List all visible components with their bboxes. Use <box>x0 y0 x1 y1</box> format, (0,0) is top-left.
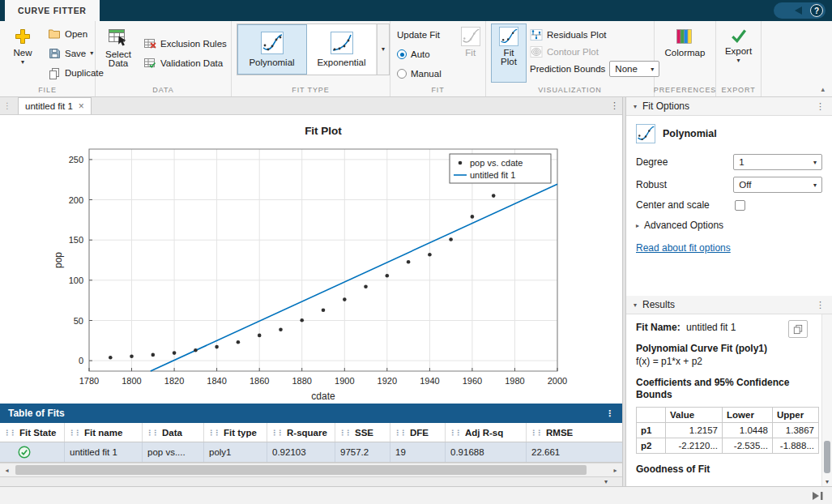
right-panel: ▾ Fit Options ⋮ Polynomial Degree <box>626 97 832 486</box>
fit-type-gallery-dropdown[interactable]: ▾ <box>377 24 389 75</box>
auto-radio[interactable]: Auto <box>397 47 442 62</box>
save-dropdown-caret-icon: ▾ <box>90 50 93 57</box>
adj-r-sq-cell[interactable]: 0.91688 <box>446 442 527 462</box>
toolstrip-tab-curve-fitter[interactable]: CURVE FITTER <box>5 0 100 21</box>
scrollbar-track[interactable] <box>14 463 608 476</box>
export-caret-icon: ▾ <box>736 58 740 64</box>
validation-data-button[interactable]: Validation Data <box>139 54 231 71</box>
degree-dropdown[interactable]: 1 ▾ <box>733 154 822 170</box>
coefficients-title: Coefficients and 95% Confidence Bounds <box>636 377 802 401</box>
fit-plot-toggle-button[interactable]: Fit Plot <box>491 23 527 83</box>
vertical-scrollbar[interactable]: ▾ <box>821 314 832 486</box>
fit-plot-canvas[interactable]: 1780180018201840186018801900192019401960… <box>0 115 622 404</box>
polynomial-label: Polynomial <box>249 58 294 67</box>
prediction-bounds-dropdown[interactable]: None ▾ <box>609 61 659 77</box>
center-scale-label: Center and scale <box>636 199 735 211</box>
manual-radio[interactable]: Manual <box>397 66 442 81</box>
column-grip-icon: ⋮⋮ <box>449 429 462 437</box>
document-tab-untitled-fit-1[interactable]: untitled fit 1 × <box>18 97 92 114</box>
skip-to-end-icon[interactable] <box>810 490 826 502</box>
tof-col-fit-state[interactable]: ⋮⋮Fit State <box>0 423 65 442</box>
copy-icon <box>793 324 803 335</box>
fit-options-menu-icon[interactable]: ⋮ <box>816 101 825 112</box>
fit-state-cell[interactable] <box>0 442 65 462</box>
robust-dropdown[interactable]: Off ▾ <box>733 177 822 193</box>
ribbon-section-label-data: DATA <box>96 83 231 96</box>
rmse-cell[interactable]: 22.661 <box>527 442 622 462</box>
colormap-label: Colormap <box>665 48 706 58</box>
r-square-cell[interactable]: 0.92103 <box>267 442 335 462</box>
coef-col-value[interactable]: Value <box>666 408 723 423</box>
ribbon-section-label-fit-type: FIT TYPE <box>232 83 390 96</box>
scroll-right-arrow-icon[interactable]: ▸ <box>608 463 622 476</box>
tof-col-label: SSE <box>355 428 373 438</box>
tof-col-sse[interactable]: ⋮⋮SSE <box>335 423 390 442</box>
colormap-button[interactable]: Colormap <box>663 23 707 83</box>
tof-col-rmse[interactable]: ⋮⋮RMSE <box>527 423 622 442</box>
tab-close-icon[interactable]: × <box>79 100 84 112</box>
tof-col-label: DFE <box>410 428 429 438</box>
copy-fit-name-button[interactable] <box>788 320 808 338</box>
tof-col-adj-r-sq[interactable]: ⋮⋮Adj R-sq <box>446 423 527 442</box>
read-about-fit-options-link[interactable]: Read about fit options <box>636 242 731 254</box>
coef-row-p1[interactable]: p1 1.2157 1.0448 1.3867 <box>637 423 819 438</box>
advanced-options-toggle[interactable]: ▸ Advanced Options <box>636 220 822 231</box>
fit-type-polynomial-button[interactable]: Polynomial <box>237 24 307 75</box>
dfe-cell[interactable]: 19 <box>390 442 446 462</box>
help-icon: ? <box>810 4 823 17</box>
contour-plot-label: Contour Plot <box>547 47 599 57</box>
svg-text:150: 150 <box>69 235 83 245</box>
fit-button[interactable]: Fit <box>453 23 489 83</box>
contour-plot-button[interactable]: Contour Plot <box>530 45 659 59</box>
collapse-ribbon-icon[interactable]: ▴ <box>821 85 825 93</box>
fit-type-cell[interactable]: poly1 <box>204 442 267 462</box>
select-data-button[interactable]: Select Data <box>100 23 136 83</box>
tof-col-r-square[interactable]: ⋮⋮R-square <box>267 423 335 442</box>
expand-caret-icon: ▸ <box>636 222 639 229</box>
coef-col-lower[interactable]: Lower <box>723 408 773 423</box>
ribbon-group-fit: Update Fit Auto Manual <box>390 21 486 96</box>
data-cell[interactable]: pop vs.... <box>143 442 204 462</box>
scrollbar-thumb[interactable] <box>15 465 587 475</box>
horizontal-scrollbar[interactable]: ◂ ▸ <box>0 463 622 476</box>
svg-text:1980: 1980 <box>505 376 524 386</box>
results-header[interactable]: ▾ Results ⋮ <box>626 296 832 314</box>
new-label: New <box>13 48 32 58</box>
table-of-fits-row[interactable]: untitled fit 1 pop vs.... poly1 0.92103 … <box>0 442 622 463</box>
scrollbar-thumb[interactable] <box>824 441 830 473</box>
coef-name: p1 <box>637 423 666 438</box>
polynomial-icon <box>636 124 655 143</box>
tof-col-label: Fit type <box>224 428 257 438</box>
fit-name-cell[interactable]: untitled fit 1 <box>65 442 143 462</box>
coefficients-table: Value Lower Upper p1 1.2157 1.0448 1.386… <box>636 407 819 454</box>
fit-options-header[interactable]: ▾ Fit Options ⋮ <box>626 97 832 116</box>
export-check-icon <box>730 27 748 45</box>
scroll-down-arrow-icon[interactable]: ▾ <box>822 478 832 485</box>
figure-menu-icon[interactable]: ⋮ <box>610 100 619 111</box>
help-button[interactable]: ? <box>774 2 826 19</box>
export-button[interactable]: Export ▾ <box>721 23 757 83</box>
table-of-fits-menu-icon[interactable]: ⋮ <box>605 408 614 419</box>
tof-col-fit-type[interactable]: ⋮⋮Fit type <box>204 423 267 442</box>
robust-row: Robust Off ▾ <box>636 177 822 193</box>
exclusion-rules-button[interactable]: Exclusion Rules <box>139 35 231 52</box>
results-menu-icon[interactable]: ⋮ <box>816 300 825 310</box>
ribbon-section-label-file: FILE <box>0 83 95 96</box>
fit-type-exponential-button[interactable]: Exponential <box>307 24 377 75</box>
svg-text:1920: 1920 <box>378 376 397 386</box>
fit-plot-figure[interactable]: 1780180018201840186018801900192019401960… <box>0 115 622 404</box>
tof-col-dfe[interactable]: ⋮⋮DFE <box>390 423 446 442</box>
center-scale-checkbox[interactable] <box>735 200 745 211</box>
tof-col-data[interactable]: ⋮⋮Data <box>143 423 204 442</box>
coef-upper: 1.3867 <box>773 423 819 438</box>
new-button[interactable]: New ▾ <box>5 23 41 83</box>
open-label: Open <box>65 29 87 39</box>
tof-col-fit-name[interactable]: ⋮⋮Fit name <box>65 423 143 442</box>
coef-row-p2[interactable]: p2 -2.2120... -2.535... -1.888... <box>637 438 819 454</box>
residuals-plot-button[interactable]: Residuals Plot <box>530 28 659 42</box>
collapse-table-icon[interactable]: ▾ <box>604 477 608 486</box>
scroll-left-arrow-icon[interactable]: ◂ <box>0 463 14 476</box>
sse-cell[interactable]: 9757.2 <box>335 442 390 462</box>
coef-col-upper[interactable]: Upper <box>773 408 819 423</box>
tof-col-label: Data <box>162 428 182 438</box>
